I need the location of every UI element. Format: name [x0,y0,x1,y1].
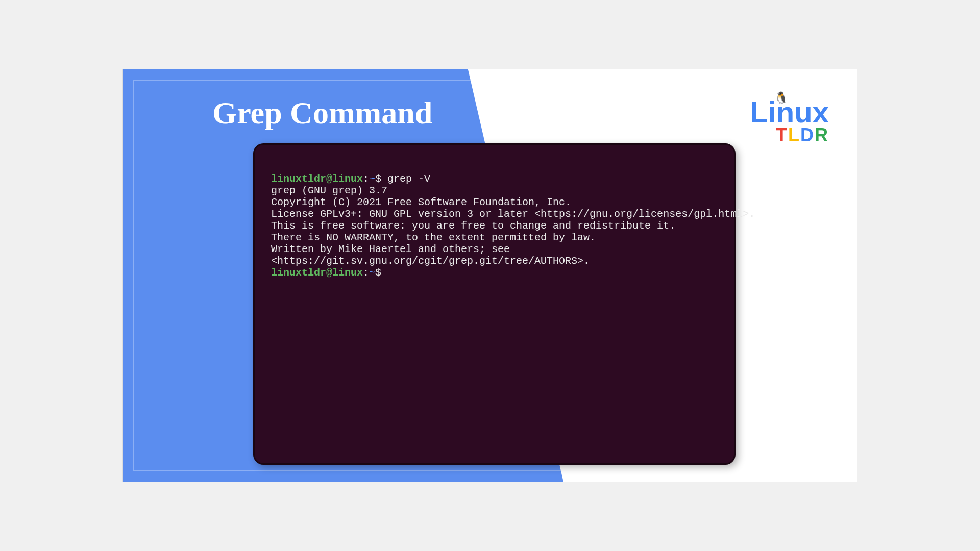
output-line: <https://git.sv.gnu.org/cgit/grep.git/tr… [271,255,718,267]
prompt-path: ~ [369,267,375,279]
penguin-icon: 🐧 [774,92,788,104]
prompt-dollar: $ [375,267,387,279]
prompt-user: linuxtldr@linux [271,173,363,185]
terminal-command-line-1: linuxtldr@linux:~$ grep -V [271,173,718,185]
output-line: License GPLv3+: GNU GPL version 3 or lat… [271,208,718,220]
output-line: grep (GNU grep) 3.7 [271,185,718,196]
logo-container: 🐧 Linux TLDR [750,97,829,146]
slide-container: Grep Command 🐧 Linux TLDR linuxtldr@linu… [122,69,857,482]
output-line: Written by Mike Haertel and others; see [271,243,718,255]
prompt-separator: : [363,173,369,185]
logo-main-text: 🐧 Linux [750,97,829,127]
logo-linux-text: Linux [750,95,829,129]
prompt-separator: : [363,267,369,279]
terminal-command-line-2: linuxtldr@linux:~$ [271,267,718,279]
page-title: Grep Command [212,95,432,131]
prompt-user: linuxtldr@linux [271,267,363,279]
output-line: There is NO WARRANTY, to the extent perm… [271,232,718,243]
output-line: This is free software: you are free to c… [271,220,718,232]
command-input: grep -V [387,173,430,185]
prompt-path: ~ [369,173,375,185]
terminal-window[interactable]: linuxtldr@linux:~$ grep -V grep (GNU gre… [253,143,736,465]
prompt-dollar: $ [375,173,387,185]
output-line: Copyright (C) 2021 Free Software Foundat… [271,196,718,208]
